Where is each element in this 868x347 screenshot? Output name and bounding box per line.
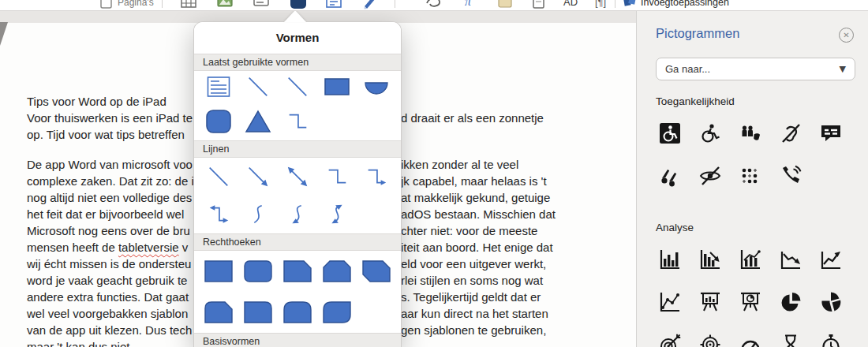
phone-volume-icon[interactable]	[780, 165, 802, 187]
bar-chart-declining-icon[interactable]	[699, 248, 721, 271]
snip-same-side-corner-rectangle-shape[interactable]	[320, 259, 354, 283]
curved-connector-shape[interactable]	[241, 202, 275, 227]
chord-shape[interactable]	[360, 75, 393, 99]
target-crosshair-icon[interactable]	[699, 334, 721, 347]
toolbar-separator	[615, 0, 615, 8]
elbow-connector-double-arrow-shape[interactable]	[202, 202, 235, 227]
stopwatch-icon[interactable]	[820, 334, 842, 347]
lasso-icon[interactable]	[425, 0, 442, 9]
bar-chart-trend-icon[interactable]	[739, 248, 761, 271]
scatter-trend-icon[interactable]	[659, 291, 681, 313]
pages-icon[interactable]: Pagina's	[99, 0, 154, 9]
line-shape[interactable]	[202, 164, 235, 189]
target-with-dart-icon[interactable]	[659, 334, 681, 347]
toolbar-separator	[395, 0, 395, 8]
line-chart-declining-icon[interactable]	[780, 248, 802, 271]
close-icon[interactable]: ✕	[839, 28, 854, 43]
accessibility-badge-icon[interactable]	[659, 122, 681, 144]
shape-section-label: Basisvormen	[194, 333, 401, 347]
svg-text:[¶]: [¶]	[595, 0, 606, 8]
notebook-icon[interactable]	[496, 0, 514, 9]
pictures-icon[interactable]	[216, 0, 234, 9]
elbow-connector-shape[interactable]	[320, 164, 354, 189]
gauge-icon[interactable]	[739, 334, 761, 347]
shapes-popup: Vormen Laatst gebruikte vormenLijnenRech…	[193, 21, 402, 347]
add-ins-icon[interactable]: Invoegtoepassingen	[623, 0, 729, 9]
braille-icon[interactable]	[739, 165, 761, 187]
vision-impaired-icon[interactable]	[699, 165, 721, 187]
line-shape[interactable]	[281, 74, 314, 99]
popup-caret	[284, 10, 306, 22]
presentation-bar-chart-icon[interactable]	[699, 291, 721, 313]
text-box-icon[interactable]	[325, 0, 342, 9]
add-ins-label: Invoegtoepassingen	[641, 0, 729, 9]
elbow-connector-shape[interactable]	[281, 109, 314, 134]
snip-and-round-single-corner-rectangle-shape[interactable]	[202, 300, 235, 324]
rectangle-shape[interactable]	[202, 259, 235, 283]
equation-icon[interactable]: π	[462, 0, 479, 9]
misspelled-word: tabletversie	[118, 241, 179, 254]
chevron-down-icon: ▼	[840, 64, 846, 74]
shape-section-label: Rechthoeken	[194, 233, 401, 251]
icons-pane: Pictogrammen ✕ Ga naar... ▼ Toegankelijk…	[636, 10, 868, 347]
svg-text:AD: AD	[563, 0, 578, 8]
rounded-rectangle-shape[interactable]	[241, 259, 275, 283]
triangle-filled-shape[interactable]	[241, 109, 275, 134]
icon-section-label: Analyse	[656, 222, 694, 233]
elbow-connector-arrow-shape[interactable]	[360, 164, 393, 189]
page-corner-shadow	[0, 22, 8, 46]
hearing-impaired-icon[interactable]	[780, 122, 802, 144]
text-box-shape[interactable]	[202, 76, 235, 98]
toolbar-separator	[162, 0, 163, 8]
curved-connector-arrow-shape[interactable]	[281, 202, 314, 227]
pane-title: Pictogrammen	[656, 26, 739, 41]
line-shape[interactable]	[241, 74, 275, 99]
round-same-side-corner-rectangle-shape[interactable]	[281, 300, 314, 324]
page-icon[interactable]	[531, 0, 547, 9]
shape-section-label: Lijnen	[194, 140, 401, 158]
pen-icon[interactable]	[361, 0, 379, 9]
pie-chart-icon[interactable]	[780, 291, 802, 313]
snip-diagonal-corner-rectangle-shape[interactable]	[360, 259, 393, 283]
goto-dropdown[interactable]: Ga naar... ▼	[656, 58, 855, 80]
line-double-arrow-shape[interactable]	[281, 164, 314, 189]
icon-section-label: Toegankelijkheid	[656, 95, 735, 107]
round-single-corner-rectangle-shape[interactable]	[241, 300, 275, 324]
top-toolbar: Pagina'sπAD[¶]Invoegtoepassingen	[0, 0, 868, 11]
people-assistance-icon[interactable]	[739, 122, 761, 144]
icon-grid	[659, 248, 860, 347]
rounded-rectangle-filled-shape[interactable]	[202, 109, 235, 134]
hourglass-icon[interactable]	[780, 334, 802, 347]
dropdown-value: Ga naar...	[665, 63, 710, 75]
wheelchair-person-icon[interactable]	[699, 122, 721, 144]
table-icon[interactable]	[180, 0, 197, 9]
closed-caption-icon[interactable]	[820, 122, 842, 144]
sign-language-icon[interactable]	[659, 165, 681, 187]
keyboard-icon[interactable]	[253, 0, 270, 9]
snip-single-corner-rectangle-shape[interactable]	[281, 259, 314, 283]
line-arrow-shape[interactable]	[241, 164, 275, 189]
wordart-icon[interactable]: AD	[563, 0, 582, 9]
presentation-pie-chart-icon[interactable]	[739, 291, 761, 313]
brackets-icon[interactable]: [¶]	[594, 0, 615, 9]
pie-chart-segments-icon[interactable]	[820, 291, 842, 313]
shapes-icon[interactable]	[289, 0, 308, 9]
icon-grid	[659, 122, 860, 207]
round-diagonal-corner-rectangle-shape[interactable]	[320, 300, 354, 324]
line-chart-rising-icon[interactable]	[820, 248, 842, 271]
shape-section-label: Laatst gebruikte vormen	[194, 54, 401, 71]
bar-chart-icon[interactable]	[659, 248, 681, 271]
popup-title: Vormen	[194, 22, 401, 54]
svg-text:π: π	[465, 0, 472, 8]
curved-connector-double-arrow-shape[interactable]	[320, 202, 354, 227]
rectangle-filled-shape[interactable]	[320, 75, 354, 99]
pages-label: Pagina's	[118, 0, 154, 9]
